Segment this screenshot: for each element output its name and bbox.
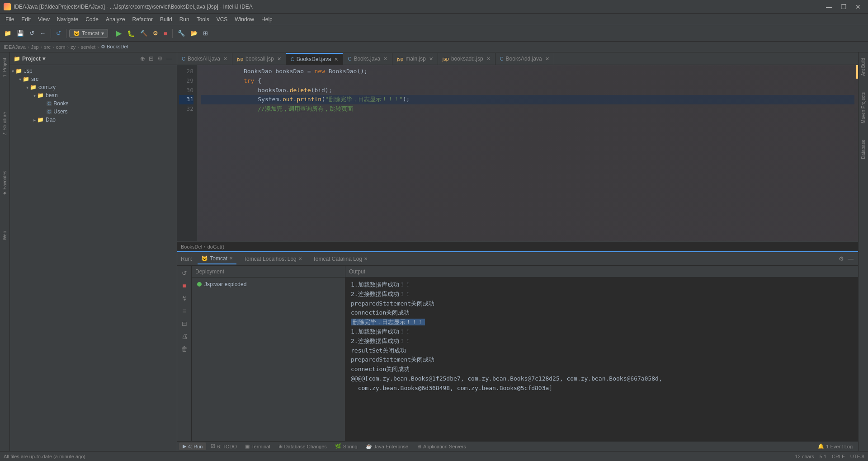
menu-edit[interactable]: Edit <box>18 15 34 24</box>
localhost-tab-close[interactable]: ✕ <box>298 256 302 261</box>
folder-btn[interactable]: 📂 <box>188 28 200 38</box>
menu-analyze[interactable]: Analyze <box>102 15 129 24</box>
debug-button[interactable]: 🐛 <box>125 28 137 38</box>
menu-code[interactable]: Code <box>82 15 102 24</box>
settings-btn[interactable]: ⚙ <box>156 54 164 63</box>
tomcat-tab-close[interactable]: ✕ <box>229 256 233 261</box>
code-text[interactable]: BooksDao booksDao = new BooksDao(); try … <box>198 65 858 241</box>
project-tab[interactable]: 1: Project <box>1 54 8 80</box>
bc-src[interactable]: src <box>44 44 51 50</box>
run-button[interactable]: ▶ <box>114 28 124 39</box>
tool-tab-run[interactable]: ▶ 4: Run <box>179 442 206 450</box>
close-button[interactable]: ✕ <box>852 1 864 12</box>
refresh-btn[interactable]: ↺ <box>27 28 37 38</box>
tool-tab-terminal[interactable]: ▣ Terminal <box>241 442 274 450</box>
deployment-item[interactable]: Jsp:war exploded <box>193 279 343 289</box>
tool-tab-db-changes[interactable]: ⊞ Database Changes <box>275 442 330 450</box>
code-editor[interactable]: 28 29 30 31 32 BooksDao booksDao = new B… <box>177 65 858 241</box>
close-tab-icon[interactable]: ✕ <box>429 56 433 62</box>
close-tab-icon[interactable]: ✕ <box>334 56 338 62</box>
tree-bean[interactable]: ▾ 📁 bean <box>10 91 177 99</box>
catalina-tab-close[interactable]: ✕ <box>364 256 368 261</box>
maven-projects-tab[interactable]: Maven Projects <box>860 89 867 127</box>
restart-server-btn[interactable]: ↺ <box>180 268 189 278</box>
web-tab[interactable]: Web <box>1 227 8 244</box>
back-btn[interactable]: ← <box>38 28 48 38</box>
update-btn[interactable]: ↯ <box>180 293 189 304</box>
minimize-button[interactable]: — <box>823 1 835 12</box>
save-btn[interactable]: 💾 <box>14 28 26 38</box>
menu-tools[interactable]: Tools <box>193 15 213 24</box>
tool-tab-spring[interactable]: 🌿 Spring <box>331 442 361 450</box>
line-sep: CRLF <box>832 454 845 459</box>
code-content: 28 29 30 31 32 BooksDao booksDao = new B… <box>177 65 858 241</box>
menu-file[interactable]: File <box>2 15 18 24</box>
tree-users[interactable]: C Users <box>10 108 177 116</box>
tree-dao[interactable]: ▸ 📁 Dao <box>10 116 177 124</box>
bc-ideajava[interactable]: IDEAJava <box>4 44 26 50</box>
bc-com[interactable]: com <box>56 44 66 50</box>
close-tab-icon[interactable]: ✕ <box>277 56 281 62</box>
tab-booksadd-java[interactable]: C BooksAdd.java ✕ <box>495 53 554 65</box>
menu-vcs[interactable]: VCS <box>213 15 231 24</box>
ant-build-tab[interactable]: Ant Build <box>860 54 867 80</box>
close-tab-icon[interactable]: ✕ <box>545 56 549 62</box>
tomcat-selector[interactable]: 🐱 Tomcat ▾ <box>69 29 108 38</box>
clear-btn[interactable]: 🗑 <box>179 343 189 354</box>
tab-main-jsp[interactable]: jsp main.jsp ✕ <box>392 53 438 65</box>
bc-booksdel[interactable]: ⚙ BooksDel <box>101 44 128 50</box>
layout-btn[interactable]: ⊞ <box>201 28 210 38</box>
tab-books-java[interactable]: C Books.java ✕ <box>343 53 392 65</box>
wrench-btn[interactable]: 🔧 <box>175 28 187 38</box>
stop-server-btn[interactable]: ■ <box>180 280 188 291</box>
tool-tab-event-log[interactable]: 🔔 1 Event Log <box>814 442 856 450</box>
tool-tab-app-servers[interactable]: 🖥 Application Servers <box>413 443 470 450</box>
tab-catalina-log[interactable]: Tomcat Catalina Log ✕ <box>309 254 371 264</box>
favorites-tab[interactable]: ★ Favorites <box>1 167 8 199</box>
right-sidebar: Ant Build Maven Projects Database <box>858 52 868 451</box>
tool-tab-todo[interactable]: ☑ 6: TODO <box>207 442 241 450</box>
bc-servlet[interactable]: servlet <box>81 44 95 50</box>
maximize-button[interactable]: ❐ <box>837 1 850 12</box>
sync-btn[interactable]: ⊕ <box>139 54 146 63</box>
hide-btn[interactable]: — <box>165 54 173 63</box>
menu-help[interactable]: Help <box>258 15 276 24</box>
menu-refactor[interactable]: Refactor <box>129 15 156 24</box>
tab-localhost-log[interactable]: Tomcat Localhost Log ✕ <box>240 254 306 264</box>
close-tab-icon[interactable]: ✕ <box>383 56 387 62</box>
structure-tab[interactable]: 2: Structure <box>1 108 8 139</box>
close-tab-icon[interactable]: ✕ <box>486 56 491 62</box>
menu-run[interactable]: Run <box>176 15 193 24</box>
menu-window[interactable]: Window <box>231 15 258 24</box>
stop-button[interactable]: ■ <box>161 28 170 38</box>
settings-gear-btn[interactable]: ⚙ <box>838 254 845 263</box>
bc-zy[interactable]: zy <box>71 44 75 50</box>
hide-panel-btn[interactable]: — <box>847 254 854 263</box>
build2-button[interactable]: ⚙ <box>151 28 160 38</box>
bc-jsp[interactable]: Jsp <box>31 44 39 50</box>
menu-build[interactable]: Build <box>156 15 176 24</box>
database-tab[interactable]: Database <box>860 136 867 163</box>
project-dropdown[interactable]: ▾ <box>42 56 45 62</box>
tool-tab-java-enterprise[interactable]: ☕ Java Enterprise <box>362 442 412 450</box>
menu-view[interactable]: View <box>34 15 53 24</box>
close-tab-icon[interactable]: ✕ <box>223 56 227 62</box>
tree-src[interactable]: ▾ 📁 src <box>10 75 177 83</box>
tree-jsp[interactable]: ▾ 📁 Jsp <box>10 67 177 75</box>
build-button[interactable]: 🔨 <box>138 28 150 38</box>
undo-btn[interactable]: ↺ <box>54 28 63 38</box>
tab-booksall-java[interactable]: C BooksAll.java ✕ <box>177 53 232 65</box>
scroll-btn[interactable]: ≡ <box>180 306 188 316</box>
open-btn[interactable]: 📁 <box>2 28 14 38</box>
tab-booksadd-jsp[interactable]: jsp booksadd.jsp ✕ <box>438 53 495 65</box>
filter-btn[interactable]: ⊟ <box>180 318 189 329</box>
tab-booksall-jsp[interactable]: jsp booksall.jsp ✕ <box>232 53 286 65</box>
tree-books[interactable]: C Books <box>10 99 177 108</box>
menu-navigate[interactable]: Navigate <box>53 15 82 24</box>
tab-tomcat[interactable]: 🐱 Tomcat ✕ <box>198 254 236 264</box>
output-content[interactable]: 1.加载数据库成功！！ 2.连接数据库成功！！ preparedStatemen… <box>345 278 858 441</box>
print-btn[interactable]: 🖨 <box>179 331 189 342</box>
collapse-btn[interactable]: ⊟ <box>148 54 155 63</box>
tree-comzy[interactable]: ▾ 📁 com.zy <box>10 83 177 91</box>
tab-booksdel-java[interactable]: C BooksDel.java ✕ <box>286 53 344 65</box>
